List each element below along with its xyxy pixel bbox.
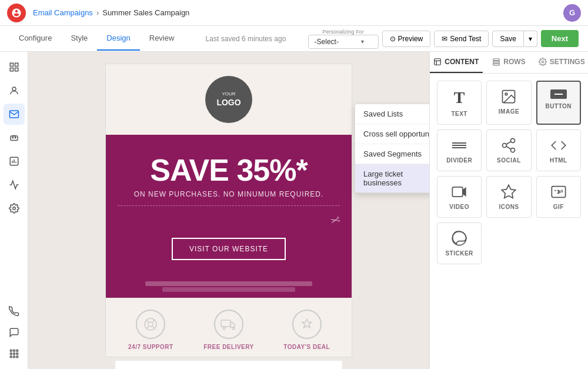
svg-rect-29 xyxy=(493,59,500,61)
tab-style[interactable]: Style xyxy=(61,26,97,51)
email-footer-bar xyxy=(106,278,352,298)
svg-point-15 xyxy=(16,350,18,351)
svg-point-17 xyxy=(13,353,15,355)
content-item-gif[interactable]: GIF xyxy=(536,176,581,218)
html-icon xyxy=(550,137,567,154)
logo-your-text: YOUR xyxy=(222,91,235,97)
svg-point-12 xyxy=(12,207,15,210)
social-label: SOCIAL xyxy=(497,157,521,164)
sidebar-icon-automation[interactable] xyxy=(4,127,25,148)
dropdown-item-saved-segments[interactable]: Saved Segments xyxy=(355,144,429,164)
sidebar-icon-contacts[interactable] xyxy=(4,80,25,101)
svg-point-24 xyxy=(223,327,225,330)
svg-point-14 xyxy=(13,350,15,351)
content-item-divider[interactable]: DIVIDER xyxy=(437,129,482,171)
svg-rect-45 xyxy=(452,187,463,197)
sidebar-bottom xyxy=(4,301,25,364)
sidebar-icon-chat[interactable] xyxy=(4,322,25,343)
social-icon xyxy=(500,137,517,154)
svg-point-18 xyxy=(16,353,18,355)
select-label: Personalizing For xyxy=(308,29,379,35)
delivery-icon-item: FREE DELIVERY xyxy=(190,310,268,350)
sidebar-icon-settings[interactable] xyxy=(4,198,25,219)
svg-rect-26 xyxy=(435,59,441,65)
dropdown-item-saved-lists[interactable]: Saved Lists xyxy=(355,104,429,124)
icons-icon xyxy=(500,184,517,200)
personalize-select[interactable]: -Select- ▾ xyxy=(308,35,379,49)
hero-cta-button[interactable]: VISIT OUR WEBSITE xyxy=(172,238,286,260)
content-item-text[interactable]: T TEXT xyxy=(437,81,482,125)
svg-point-34 xyxy=(506,93,508,95)
svg-point-19 xyxy=(10,356,12,358)
content-item-social[interactable]: SOCIAL xyxy=(486,129,531,171)
svg-rect-1 xyxy=(15,63,18,66)
email-hero: SAVE 35%* ON NEW PURCHASES. NO MINUMUM R… xyxy=(106,135,352,278)
content-item-sticker[interactable]: STICKER xyxy=(437,222,482,264)
icons-label: ICONS xyxy=(499,204,519,210)
sidebar-icon-email[interactable] xyxy=(4,104,25,125)
avatar: G xyxy=(563,4,581,22)
save-button[interactable]: Save xyxy=(492,31,523,47)
svg-point-25 xyxy=(232,327,235,330)
email-icons-section: 24/7 SUPPORT FREE DELIVERY TODAY'S DEAL xyxy=(106,298,352,356)
video-icon xyxy=(451,184,467,200)
tab-design[interactable]: Design xyxy=(97,26,139,51)
select-value: -Select- xyxy=(315,38,339,46)
logo-main-text: Logo xyxy=(216,97,240,108)
hero-divider xyxy=(118,205,340,206)
svg-rect-0 xyxy=(10,63,13,66)
svg-marker-47 xyxy=(502,185,516,198)
sticker-label: STICKER xyxy=(445,250,473,257)
delivery-icon xyxy=(214,310,243,339)
content-item-icons[interactable]: ICONS xyxy=(486,176,531,218)
svg-point-16 xyxy=(10,353,12,355)
delivery-label: FREE DELIVERY xyxy=(190,344,268,350)
sidebar-icon-phone[interactable] xyxy=(4,301,25,322)
scissors-icon: ✂ xyxy=(328,212,342,228)
content-item-html[interactable]: HTML xyxy=(536,129,581,171)
sticker-icon xyxy=(451,230,467,247)
panel-tab-settings[interactable]: SETTINGS xyxy=(535,52,588,73)
email-text-block: Discover other offers expiring in 36 hou… xyxy=(106,361,352,369)
footer-line-2 xyxy=(162,287,296,292)
dropdown-menu: Saved Lists Cross sell opportunity Saved… xyxy=(355,104,429,193)
sidebar-icon-apps[interactable] xyxy=(4,343,25,364)
save-status: Last saved 6 minutes ago xyxy=(206,35,286,43)
panel-tab-rows[interactable]: ROWS xyxy=(483,52,536,73)
sidebar-icon-analytics[interactable] xyxy=(4,174,25,195)
content-item-image[interactable]: IMAGE xyxy=(486,81,531,125)
preview-button[interactable]: ⊙ Preview xyxy=(382,31,431,47)
deal-icon-item: TODAY'S DEAL xyxy=(268,310,346,350)
dropdown-item-large-ticket[interactable]: Large ticket businesses xyxy=(355,164,429,192)
save-dropdown-button[interactable]: ▾ xyxy=(524,31,537,47)
top-bar: Email Campaigns › Summer Sales Campaign … xyxy=(0,0,588,26)
content-item-video[interactable]: VIDEO xyxy=(437,176,482,218)
button-label: BUTTON xyxy=(546,103,572,109)
panel-tabs: CONTENT ROWS SETTINGS xyxy=(430,52,588,74)
hero-cta-area: VISIT OUR WEBSITE xyxy=(118,227,340,260)
email-canvas: YOUR Logo SAVE 35%* ON NEW PURCHASES. NO… xyxy=(105,64,352,357)
top-bar-right: G xyxy=(563,4,581,22)
send-test-button[interactable]: ✉ Send Test xyxy=(434,31,489,47)
svg-point-4 xyxy=(12,87,16,91)
breadcrumb-parent[interactable]: Email Campaigns xyxy=(33,8,93,17)
tab-review[interactable]: Review xyxy=(140,26,184,51)
eye-icon: ⊙ xyxy=(390,35,396,43)
sidebar-icon-reports[interactable] xyxy=(4,151,25,172)
sub-nav-actions: Personalizing For -Select- ▾ ⊙ Preview ✉… xyxy=(308,29,579,49)
tab-configure[interactable]: Configure xyxy=(9,26,61,51)
sidebar-icon-campaigns[interactable] xyxy=(4,56,25,78)
next-button[interactable]: Next xyxy=(541,30,579,47)
dropdown-item-cross-sell[interactable]: Cross sell opportunity xyxy=(355,124,429,144)
video-label: VIDEO xyxy=(449,204,469,210)
svg-rect-2 xyxy=(15,68,18,71)
content-item-button[interactable]: BUTTON xyxy=(536,81,581,125)
email-logo: YOUR Logo xyxy=(205,76,252,123)
panel-tab-content[interactable]: CONTENT xyxy=(430,52,483,73)
divider-icon xyxy=(451,137,467,154)
right-panel: CONTENT ROWS SETTINGS T TEXT IMAGE xyxy=(429,52,588,369)
text-label: TEXT xyxy=(451,111,467,117)
email-logo-section: YOUR Logo xyxy=(106,64,352,135)
svg-point-41 xyxy=(503,144,507,148)
canvas-area: YOUR Logo SAVE 35%* ON NEW PURCHASES. NO… xyxy=(28,52,429,369)
